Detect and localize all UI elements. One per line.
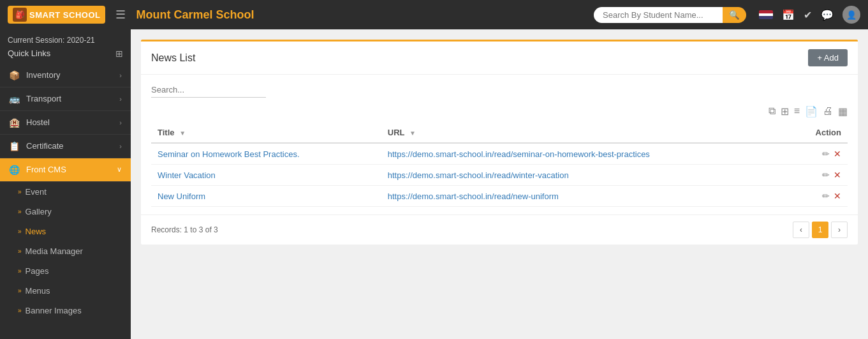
sidebar-label-transport: Transport xyxy=(26,94,61,103)
cell-url: https://demo.smart-school.in/read/new-un… xyxy=(381,186,790,207)
news-list-card: News List + Add ⧉ ⊞ ≡ 📄 🖨 ▦ xyxy=(141,40,858,245)
table-row: New Uniform https://demo.smart-school.in… xyxy=(151,186,848,207)
nav-icons: 📅 ✔ 💬 👤 xyxy=(759,6,860,24)
bullet-icon: » xyxy=(18,188,22,195)
sidebar-item-pages[interactable]: » Pages xyxy=(0,261,131,281)
avatar[interactable]: 👤 xyxy=(842,6,860,24)
bullet-icon: » xyxy=(18,228,22,235)
prev-page-button[interactable]: ‹ xyxy=(793,222,809,238)
inventory-icon: 📦 xyxy=(9,70,20,80)
sidebar-item-news[interactable]: » News xyxy=(0,222,131,241)
sidebar-label-gallery: Gallery xyxy=(26,207,52,216)
sidebar-label-front-cms: Front CMS xyxy=(26,165,66,174)
chevron-icon: › xyxy=(119,72,122,79)
cell-title: Winter Vacation xyxy=(151,165,381,186)
sidebar-label-pages: Pages xyxy=(26,266,49,276)
url-link[interactable]: https://demo.smart-school.in/read/semina… xyxy=(388,149,650,159)
card-header: News List + Add xyxy=(141,41,858,75)
sidebar-item-hostel[interactable]: 🏨 Hostel › xyxy=(0,111,131,135)
current-session: Current Session: 2020-21 xyxy=(8,34,123,47)
tasks-icon[interactable]: ✔ xyxy=(804,9,812,21)
whatsapp-icon[interactable]: 💬 xyxy=(821,9,834,21)
cell-action: ✏ ✕ xyxy=(790,186,848,207)
csv-icon[interactable]: ≡ xyxy=(794,105,800,117)
col-title[interactable]: Title ▼ xyxy=(151,123,381,143)
sort-url-icon: ▼ xyxy=(409,130,416,137)
student-search-input[interactable] xyxy=(594,7,734,23)
bullet-icon: » xyxy=(18,307,22,314)
sidebar-item-banner-images[interactable]: » Banner Images xyxy=(0,301,131,320)
add-button[interactable]: + Add xyxy=(808,49,848,66)
news-search-input[interactable] xyxy=(151,82,266,98)
page-1-button[interactable]: 1 xyxy=(812,222,828,238)
sidebar-item-gallery[interactable]: » Gallery xyxy=(0,202,131,222)
logo-icon: 🎒 xyxy=(13,8,27,22)
logo[interactable]: 🎒 SMART SCHOOL xyxy=(8,6,105,24)
chevron-icon: › xyxy=(119,142,122,150)
bullet-icon: » xyxy=(18,208,22,215)
sidebar-label-menus: Menus xyxy=(26,286,50,296)
table-row: Winter Vacation https://demo.smart-schoo… xyxy=(151,165,848,186)
title-link[interactable]: Seminar on Homework Best Practices. xyxy=(158,149,300,159)
news-table: Title ▼ URL ▼ Action Seminar on Home xyxy=(151,123,848,207)
cell-url: https://demo.smart-school.in/read/semina… xyxy=(381,143,790,165)
flag-icon[interactable] xyxy=(759,10,773,19)
sidebar-item-front-cms[interactable]: 🌐 Front CMS ∨ xyxy=(0,158,131,182)
col-url[interactable]: URL ▼ xyxy=(381,123,790,143)
edit-button[interactable]: ✏ xyxy=(822,170,830,180)
url-link[interactable]: https://demo.smart-school.in/read/winter… xyxy=(388,170,569,180)
copy-icon[interactable]: ⧉ xyxy=(769,105,776,117)
bullet-icon: » xyxy=(18,248,22,255)
hostel-icon: 🏨 xyxy=(9,117,20,128)
hamburger-icon[interactable]: ☰ xyxy=(115,8,126,22)
sidebar-item-transport[interactable]: 🚌 Transport › xyxy=(0,87,131,111)
title-link[interactable]: Winter Vacation xyxy=(158,170,216,180)
sidebar-label-inventory: Inventory xyxy=(26,70,60,80)
top-navbar: 🎒 SMART SCHOOL ☰ Mount Carmel School 🔍 📅… xyxy=(0,0,868,29)
excel-icon[interactable]: ⊞ xyxy=(781,105,789,117)
pagination: ‹ 1 › xyxy=(793,222,848,238)
sidebar: Current Session: 2020-21 Quick Links ⊞ 📦… xyxy=(0,29,131,339)
logo-text: SMART SCHOOL xyxy=(29,10,100,20)
print-icon[interactable]: 🖨 xyxy=(823,105,833,117)
search-button[interactable]: 🔍 xyxy=(723,7,746,23)
delete-button[interactable]: ✕ xyxy=(834,191,841,201)
edit-button[interactable]: ✏ xyxy=(822,191,830,201)
delete-button[interactable]: ✕ xyxy=(834,149,841,159)
chevron-icon: › xyxy=(119,119,122,126)
sidebar-item-certificate[interactable]: 📋 Certificate › xyxy=(0,135,131,158)
grid-icon[interactable]: ⊞ xyxy=(115,47,123,61)
bullet-icon: » xyxy=(18,267,22,275)
chevron-down-icon: ∨ xyxy=(117,165,122,174)
card-title: News List xyxy=(151,52,195,64)
chevron-icon: › xyxy=(119,95,122,103)
layout: Current Session: 2020-21 Quick Links ⊞ 📦… xyxy=(0,29,868,339)
sidebar-item-menus[interactable]: » Menus xyxy=(0,281,131,301)
url-link[interactable]: https://demo.smart-school.in/read/new-un… xyxy=(388,192,559,201)
cell-url: https://demo.smart-school.in/read/winter… xyxy=(381,165,790,186)
table-row: Seminar on Homework Best Practices. http… xyxy=(151,143,848,165)
calendar-icon[interactable]: 📅 xyxy=(782,9,795,21)
next-page-button[interactable]: › xyxy=(831,222,848,238)
cell-title: New Uniform xyxy=(151,186,381,207)
sidebar-item-event[interactable]: » Event xyxy=(0,182,131,202)
records-text: Records: 1 to 3 of 3 xyxy=(151,225,218,234)
pdf-icon[interactable]: 📄 xyxy=(805,105,818,117)
sidebar-label-certificate: Certificate xyxy=(26,141,64,151)
cell-title: Seminar on Homework Best Practices. xyxy=(151,143,381,165)
sidebar-label-media-manager: Media Manager xyxy=(26,246,83,256)
sort-title-icon: ▼ xyxy=(179,130,186,137)
main-content: News List + Add ⧉ ⊞ ≡ 📄 🖨 ▦ xyxy=(131,29,868,339)
delete-button[interactable]: ✕ xyxy=(834,170,841,180)
session-bar: Current Session: 2020-21 Quick Links ⊞ xyxy=(0,29,131,64)
title-link[interactable]: New Uniform xyxy=(158,192,205,201)
school-name: Mount Carmel School xyxy=(136,8,587,22)
sidebar-label-news: News xyxy=(26,227,47,236)
edit-button[interactable]: ✏ xyxy=(822,149,830,159)
columns-icon[interactable]: ▦ xyxy=(838,105,848,117)
sidebar-item-inventory[interactable]: 📦 Inventory › xyxy=(0,64,131,87)
cell-action: ✏ ✕ xyxy=(790,165,848,186)
sidebar-item-media-manager[interactable]: » Media Manager xyxy=(0,241,131,261)
cell-action: ✏ ✕ xyxy=(790,143,848,165)
toolbar-icons: ⧉ ⊞ ≡ 📄 🖨 ▦ xyxy=(151,105,848,117)
